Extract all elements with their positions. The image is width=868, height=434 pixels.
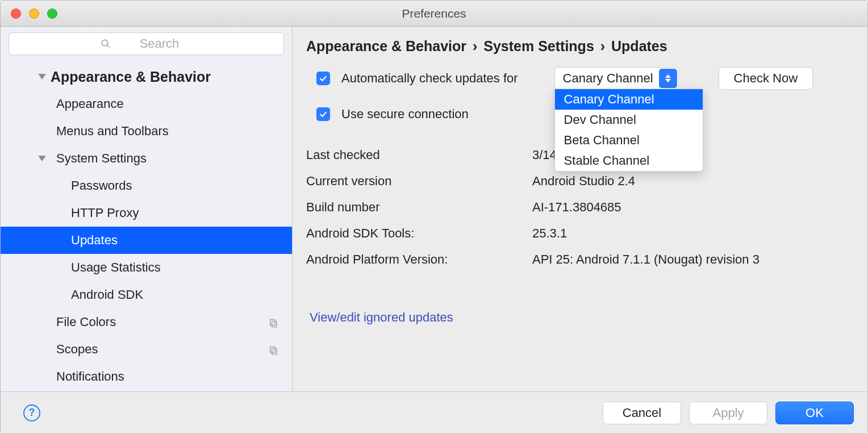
sidebar-item-android-sdk[interactable]: Android SDK xyxy=(1,281,292,308)
chevron-down-icon xyxy=(38,156,46,161)
info-key: Current version xyxy=(306,174,532,189)
sidebar-item-label: Passwords xyxy=(71,178,132,193)
info-key: Android Platform Version: xyxy=(306,252,532,267)
cancel-button[interactable]: Cancel xyxy=(603,402,681,424)
copy-profile-icon xyxy=(268,344,278,354)
auto-check-label: Automatically check updates for xyxy=(341,71,518,86)
sidebar-item-label: Scopes xyxy=(56,342,98,357)
sidebar: Appearance & BehaviorAppearanceMenus and… xyxy=(1,27,293,391)
info-row: Current versionAndroid Studio 2.4 xyxy=(306,174,854,189)
svg-rect-2 xyxy=(270,319,275,326)
breadcrumb-part: Appearance & Behavior xyxy=(306,38,466,54)
sidebar-item-appearance-behavior[interactable]: Appearance & Behavior xyxy=(1,63,292,90)
sidebar-item-passwords[interactable]: Passwords xyxy=(1,172,292,199)
channel-option[interactable]: Beta Channel xyxy=(555,130,703,151)
sidebar-item-menus-and-toolbars[interactable]: Menus and Toolbars xyxy=(1,118,292,145)
breadcrumb-part: Updates xyxy=(611,38,667,54)
info-key: Android SDK Tools: xyxy=(306,226,532,241)
sidebar-item-scopes[interactable]: Scopes xyxy=(1,336,292,363)
sidebar-item-http-proxy[interactable]: HTTP Proxy xyxy=(1,199,292,227)
ok-button[interactable]: OK xyxy=(775,402,854,424)
window-title: Preferences xyxy=(1,7,867,20)
breadcrumb-sep: › xyxy=(473,38,477,54)
sidebar-item-label: Usage Statistics xyxy=(71,260,161,275)
sidebar-item-label: Appearance & Behavior xyxy=(51,69,211,85)
sidebar-item-system-settings[interactable]: System Settings xyxy=(1,145,292,172)
channel-select-button[interactable]: Canary Channel xyxy=(554,67,679,90)
sidebar-item-label: Notifications xyxy=(56,369,124,384)
settings-tree: Appearance & BehaviorAppearanceMenus and… xyxy=(1,63,292,391)
sidebar-item-label: Menus and Toolbars xyxy=(56,124,169,139)
sidebar-item-usage-statistics[interactable]: Usage Statistics xyxy=(1,254,292,281)
svg-rect-5 xyxy=(272,348,277,354)
channel-option[interactable]: Canary Channel xyxy=(555,89,703,110)
info-value: API 25: Android 7.1.1 (Nougat) revision … xyxy=(532,252,760,267)
sidebar-item-label: System Settings xyxy=(56,151,147,166)
sidebar-item-notifications[interactable]: Notifications xyxy=(1,363,292,390)
channel-select[interactable]: Canary Channel Canary ChannelDev Channel… xyxy=(554,67,679,90)
channel-dropdown[interactable]: Canary ChannelDev ChannelBeta ChannelSta… xyxy=(554,89,703,172)
dialog-footer: ? Cancel Apply OK xyxy=(1,391,867,433)
sidebar-item-appearance[interactable]: Appearance xyxy=(1,90,292,118)
search-input[interactable] xyxy=(9,32,284,55)
chevron-up-down-icon xyxy=(659,69,677,88)
sidebar-item-file-colors[interactable]: File Colors xyxy=(1,308,292,336)
info-row: Build numberAI-171.3804685 xyxy=(306,200,854,215)
sidebar-item-updates[interactable]: Updates xyxy=(1,227,292,254)
info-row: Android SDK Tools:25.3.1 xyxy=(306,226,854,241)
svg-rect-3 xyxy=(272,321,277,327)
check-now-button[interactable]: Check Now xyxy=(719,67,813,90)
sidebar-item-label: Updates xyxy=(71,233,118,248)
sidebar-item-label: Appearance xyxy=(56,97,124,111)
channel-selected-value: Canary Channel xyxy=(563,71,653,86)
search-field[interactable] xyxy=(9,32,284,55)
info-key: Last checked xyxy=(306,148,532,162)
help-button[interactable]: ? xyxy=(23,404,40,422)
info-value: Android Studio 2.4 xyxy=(532,174,635,189)
sidebar-item-label: HTTP Proxy xyxy=(71,206,139,220)
auto-check-row: Automatically check updates for Canary C… xyxy=(316,67,854,90)
sidebar-item-label: File Colors xyxy=(56,315,116,329)
apply-button[interactable]: Apply xyxy=(689,402,767,424)
breadcrumb-sep: › xyxy=(600,38,605,54)
info-value: 25.3.1 xyxy=(532,226,567,241)
sidebar-item-label: Android SDK xyxy=(71,287,143,302)
breadcrumb-part: System Settings xyxy=(483,38,594,54)
auto-check-checkbox[interactable] xyxy=(316,72,330,85)
breadcrumb: Appearance & Behavior › System Settings … xyxy=(306,38,854,55)
channel-option[interactable]: Stable Channel xyxy=(555,151,703,171)
info-key: Build number xyxy=(306,200,532,215)
secure-conn-checkbox[interactable] xyxy=(316,107,330,121)
info-row: Android Platform Version:API 25: Android… xyxy=(306,252,854,267)
titlebar: Preferences xyxy=(1,1,867,27)
info-value: AI-171.3804685 xyxy=(532,200,621,215)
svg-rect-4 xyxy=(270,347,275,353)
content-pane: Appearance & Behavior › System Settings … xyxy=(293,27,867,391)
secure-conn-label: Use secure connection xyxy=(341,107,469,122)
copy-profile-icon xyxy=(268,317,278,327)
ignored-updates-link[interactable]: View/edit ignored updates xyxy=(310,310,453,325)
chevron-down-icon xyxy=(38,74,46,80)
channel-option[interactable]: Dev Channel xyxy=(555,110,703,130)
